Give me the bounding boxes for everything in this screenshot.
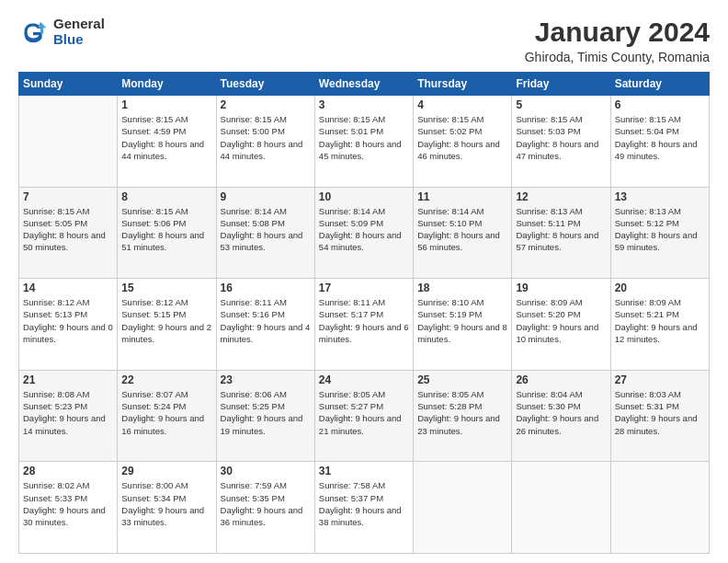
day-info: Sunrise: 8:03 AMSunset: 5:31 PMDaylight:… [615,388,705,437]
day-cell: 18 Sunrise: 8:10 AMSunset: 5:19 PMDaylig… [414,279,512,371]
day-number: 7 [23,190,113,203]
day-cell: 15 Sunrise: 8:12 AMSunset: 5:15 PMDaylig… [118,279,216,371]
day-number: 6 [615,98,705,111]
day-info: Sunrise: 8:09 AMSunset: 5:21 PMDaylight:… [615,296,705,345]
day-cell: 29 Sunrise: 8:00 AMSunset: 5:34 PMDaylig… [118,462,216,554]
day-info: Sunrise: 8:06 AMSunset: 5:25 PMDaylight:… [221,388,311,437]
day-number: 21 [23,373,113,386]
day-info: Sunrise: 8:13 AMSunset: 5:12 PMDaylight:… [615,205,705,254]
day-cell: 9 Sunrise: 8:14 AMSunset: 5:08 PMDayligh… [216,187,314,279]
week-row-2: 7 Sunrise: 8:15 AMSunset: 5:05 PMDayligh… [19,187,710,279]
day-cell: 12 Sunrise: 8:13 AMSunset: 5:11 PMDaylig… [512,187,610,279]
day-cell: 11 Sunrise: 8:14 AMSunset: 5:10 PMDaylig… [414,187,512,279]
day-number: 14 [23,282,113,294]
day-cell: 25 Sunrise: 8:05 AMSunset: 5:28 PMDaylig… [414,370,512,462]
day-number: 23 [221,373,311,386]
week-row-4: 21 Sunrise: 8:08 AMSunset: 5:23 PMDaylig… [19,370,710,462]
day-cell: 28 Sunrise: 8:02 AMSunset: 5:33 PMDaylig… [19,462,118,554]
main-title: January 2024 [525,17,710,48]
day-cell: 10 Sunrise: 8:14 AMSunset: 5:09 PMDaylig… [314,187,413,279]
day-number: 1 [121,98,211,111]
day-info: Sunrise: 8:15 AMSunset: 5:03 PMDaylight:… [516,113,606,162]
day-cell: 21 Sunrise: 8:08 AMSunset: 5:23 PMDaylig… [19,370,118,462]
day-number: 9 [221,190,311,203]
day-number: 20 [615,282,705,294]
day-cell: 14 Sunrise: 8:12 AMSunset: 5:13 PMDaylig… [19,279,118,371]
calendar-table: Sunday Monday Tuesday Wednesday Thursday… [18,72,710,554]
day-number: 19 [516,282,606,294]
col-friday: Friday [512,73,610,96]
day-info: Sunrise: 8:02 AMSunset: 5:33 PMDaylight:… [23,479,113,528]
day-number: 31 [319,465,409,477]
day-info: Sunrise: 8:07 AMSunset: 5:24 PMDaylight:… [121,388,211,437]
day-number: 8 [121,190,211,203]
day-info: Sunrise: 8:15 AMSunset: 5:02 PMDaylight:… [417,113,507,162]
day-cell: 8 Sunrise: 8:15 AMSunset: 5:06 PMDayligh… [118,187,216,279]
day-cell: 13 Sunrise: 8:13 AMSunset: 5:12 PMDaylig… [610,187,709,279]
day-info: Sunrise: 8:14 AMSunset: 5:08 PMDaylight:… [221,205,311,254]
day-cell: 2 Sunrise: 8:15 AMSunset: 5:00 PMDayligh… [216,96,314,188]
header: General Blue January 2024 Ghiroda, Timis… [18,17,710,64]
day-number: 27 [615,373,705,386]
day-number: 18 [417,282,507,294]
day-number: 4 [417,98,507,111]
day-info: Sunrise: 8:15 AMSunset: 5:01 PMDaylight:… [319,113,409,162]
day-number: 12 [516,190,606,203]
logo: General Blue [18,17,105,47]
day-number: 22 [121,373,211,386]
day-cell: 5 Sunrise: 8:15 AMSunset: 5:03 PMDayligh… [512,96,610,188]
day-info: Sunrise: 8:11 AMSunset: 5:16 PMDaylight:… [221,296,311,345]
day-cell: 3 Sunrise: 8:15 AMSunset: 5:01 PMDayligh… [314,96,413,188]
day-info: Sunrise: 8:13 AMSunset: 5:11 PMDaylight:… [516,205,606,254]
day-cell: 31 Sunrise: 7:58 AMSunset: 5:37 PMDaylig… [314,462,413,554]
col-monday: Monday [118,73,216,96]
day-info: Sunrise: 8:15 AMSunset: 5:06 PMDaylight:… [121,205,211,254]
day-cell: 4 Sunrise: 8:15 AMSunset: 5:02 PMDayligh… [414,96,512,188]
day-number: 13 [615,190,705,203]
logo-icon [18,17,48,47]
week-row-5: 28 Sunrise: 8:02 AMSunset: 5:33 PMDaylig… [19,462,710,554]
day-info: Sunrise: 8:14 AMSunset: 5:10 PMDaylight:… [417,205,507,254]
day-cell: 17 Sunrise: 8:11 AMSunset: 5:17 PMDaylig… [314,279,413,371]
day-cell: 22 Sunrise: 8:07 AMSunset: 5:24 PMDaylig… [118,370,216,462]
header-row: Sunday Monday Tuesday Wednesday Thursday… [19,73,710,96]
day-cell [19,96,118,188]
week-row-3: 14 Sunrise: 8:12 AMSunset: 5:13 PMDaylig… [19,279,710,371]
subtitle: Ghiroda, Timis County, Romania [525,50,710,64]
logo-blue-text: Blue [53,32,105,48]
day-cell: 24 Sunrise: 8:05 AMSunset: 5:27 PMDaylig… [314,370,413,462]
day-number: 25 [417,373,507,386]
col-saturday: Saturday [610,73,709,96]
day-info: Sunrise: 8:10 AMSunset: 5:19 PMDaylight:… [417,296,507,345]
day-info: Sunrise: 8:15 AMSunset: 5:00 PMDaylight:… [221,113,311,162]
day-info: Sunrise: 8:05 AMSunset: 5:27 PMDaylight:… [319,388,409,437]
day-info: Sunrise: 8:08 AMSunset: 5:23 PMDaylight:… [23,388,113,437]
col-sunday: Sunday [19,73,118,96]
page: General Blue January 2024 Ghiroda, Timis… [0,0,728,563]
day-number: 10 [319,190,409,203]
day-number: 24 [319,373,409,386]
day-cell: 16 Sunrise: 8:11 AMSunset: 5:16 PMDaylig… [216,279,314,371]
day-cell: 30 Sunrise: 7:59 AMSunset: 5:35 PMDaylig… [216,462,314,554]
day-cell: 26 Sunrise: 8:04 AMSunset: 5:30 PMDaylig… [512,370,610,462]
day-number: 17 [319,282,409,294]
day-number: 2 [221,98,311,111]
day-cell: 6 Sunrise: 8:15 AMSunset: 5:04 PMDayligh… [610,96,709,188]
day-info: Sunrise: 8:15 AMSunset: 4:59 PMDaylight:… [121,113,211,162]
day-cell: 20 Sunrise: 8:09 AMSunset: 5:21 PMDaylig… [610,279,709,371]
day-info: Sunrise: 8:00 AMSunset: 5:34 PMDaylight:… [121,479,211,528]
day-info: Sunrise: 7:58 AMSunset: 5:37 PMDaylight:… [319,479,409,528]
day-cell [610,462,709,554]
day-info: Sunrise: 8:14 AMSunset: 5:09 PMDaylight:… [319,205,409,254]
day-cell: 23 Sunrise: 8:06 AMSunset: 5:25 PMDaylig… [216,370,314,462]
title-block: January 2024 Ghiroda, Timis County, Roma… [525,17,710,64]
day-info: Sunrise: 7:59 AMSunset: 5:35 PMDaylight:… [221,479,311,528]
day-cell [414,462,512,554]
day-info: Sunrise: 8:04 AMSunset: 5:30 PMDaylight:… [516,388,606,437]
day-number: 28 [23,465,113,477]
day-number: 16 [221,282,311,294]
day-cell: 7 Sunrise: 8:15 AMSunset: 5:05 PMDayligh… [19,187,118,279]
col-tuesday: Tuesday [216,73,314,96]
day-cell: 27 Sunrise: 8:03 AMSunset: 5:31 PMDaylig… [610,370,709,462]
day-number: 5 [516,98,606,111]
